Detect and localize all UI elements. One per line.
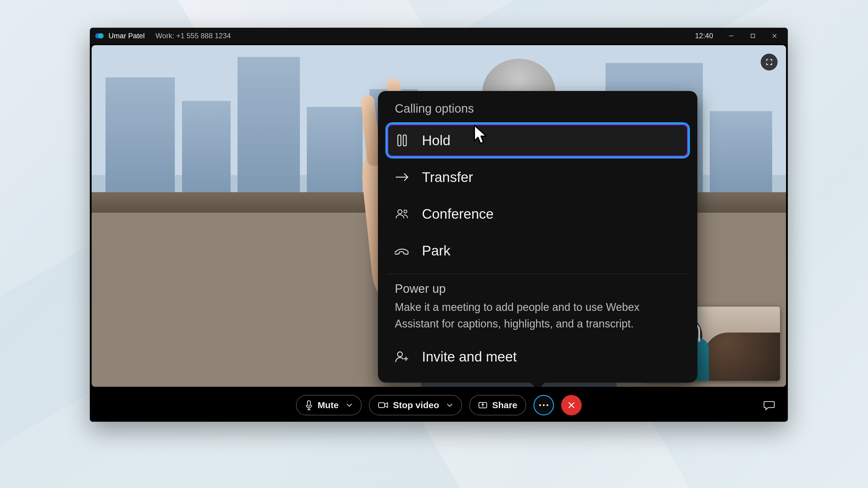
option-label: Hold bbox=[422, 132, 451, 149]
share-screen-icon bbox=[478, 401, 487, 409]
maximize-button[interactable] bbox=[742, 28, 764, 44]
stop-video-label: Stop video bbox=[393, 400, 439, 410]
chevron-down-icon[interactable] bbox=[446, 403, 453, 407]
person-add-icon bbox=[394, 351, 410, 363]
arrow-right-icon bbox=[394, 173, 410, 182]
option-park[interactable]: Park bbox=[386, 233, 689, 268]
calling-options-popover: Calling options Hold Transfer bbox=[378, 91, 698, 383]
pause-icon bbox=[394, 134, 410, 147]
end-call-button[interactable] bbox=[561, 395, 582, 415]
option-conference[interactable]: Conference bbox=[386, 196, 689, 232]
popover-tail bbox=[530, 382, 546, 387]
webex-logo-icon bbox=[95, 31, 104, 41]
clock-time: 12:40 bbox=[695, 32, 713, 40]
more-options-button[interactable] bbox=[533, 395, 554, 415]
separator bbox=[388, 274, 688, 274]
svg-rect-2 bbox=[751, 34, 755, 38]
svg-point-11 bbox=[539, 404, 541, 406]
titlebar: Umar Patel Work: +1 555 888 1234 12:40 bbox=[90, 28, 788, 44]
line-label: Work: +1 555 888 1234 bbox=[156, 32, 231, 40]
window-controls bbox=[720, 28, 785, 44]
call-toolbar: Mute Stop video Share bbox=[90, 389, 788, 422]
people-icon bbox=[394, 209, 410, 219]
svg-rect-4 bbox=[403, 135, 406, 146]
option-label: Invite and meet bbox=[422, 349, 517, 365]
minimize-button[interactable] bbox=[720, 28, 742, 44]
fullscreen-button[interactable] bbox=[761, 54, 778, 70]
chevron-down-icon[interactable] bbox=[346, 403, 352, 407]
calling-options-title: Calling options bbox=[384, 102, 691, 121]
option-label: Park bbox=[422, 242, 451, 259]
powerup-description: Make it a meeting to add people and to u… bbox=[384, 299, 691, 340]
video-icon bbox=[378, 401, 388, 409]
phone-park-icon bbox=[394, 247, 410, 255]
video-area: Calling options Hold Transfer bbox=[92, 45, 786, 387]
svg-point-13 bbox=[547, 404, 548, 406]
contact-name: Umar Patel bbox=[108, 32, 145, 40]
svg-point-1 bbox=[98, 33, 104, 38]
svg-point-5 bbox=[398, 210, 402, 214]
call-window: Umar Patel Work: +1 555 888 1234 12:40 bbox=[90, 28, 788, 422]
svg-rect-9 bbox=[378, 403, 384, 408]
chat-panel-button[interactable] bbox=[761, 397, 777, 413]
mute-label: Mute bbox=[318, 400, 339, 410]
share-button[interactable]: Share bbox=[469, 395, 526, 415]
share-label: Share bbox=[492, 400, 517, 410]
option-invite-and-meet[interactable]: Invite and meet bbox=[386, 341, 689, 372]
option-label: Conference bbox=[422, 206, 494, 222]
option-label: Transfer bbox=[422, 169, 473, 185]
svg-point-7 bbox=[398, 352, 402, 357]
microphone-icon bbox=[305, 400, 313, 410]
svg-rect-3 bbox=[398, 135, 401, 146]
mute-button[interactable]: Mute bbox=[296, 395, 362, 415]
svg-rect-8 bbox=[307, 401, 310, 406]
powerup-title: Power up bbox=[384, 280, 691, 299]
stop-video-button[interactable]: Stop video bbox=[369, 395, 462, 415]
svg-point-6 bbox=[404, 210, 407, 213]
close-button[interactable] bbox=[764, 28, 785, 44]
option-transfer[interactable]: Transfer bbox=[386, 159, 689, 195]
svg-point-12 bbox=[543, 404, 545, 406]
option-hold[interactable]: Hold bbox=[386, 123, 689, 158]
